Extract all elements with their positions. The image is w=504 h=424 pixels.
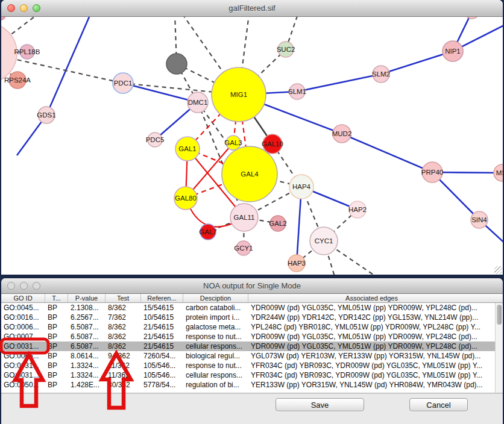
save-button[interactable]: Save xyxy=(276,398,364,411)
table-cell: biological regul... xyxy=(183,351,248,361)
node-label-SIN4: SIN4 xyxy=(471,216,487,223)
node-label-NIP1: NIP1 xyxy=(445,48,461,55)
table-cell: cellular respons... xyxy=(183,370,248,380)
network-edge[interactable] xyxy=(342,134,432,172)
table-cell: YGL073W (pd) YER103W, YER133W (pp) YOR31… xyxy=(248,351,495,361)
table-cell: YDR009W (pd) YGL035C, YML051W (pp) YDR00… xyxy=(248,303,495,313)
table-cell: YDR009W (pd) YGL035C, YML051W (pp) YDR00… xyxy=(248,332,495,341)
node-label-GAL4: GAL4 xyxy=(241,170,259,178)
window-controls xyxy=(7,0,40,16)
minimize-button[interactable] xyxy=(20,282,28,290)
column-header-2[interactable]: P-value xyxy=(68,294,106,302)
noa-results-table: GO IDT...P-valueTestReferen...Desciption… xyxy=(1,294,503,393)
table-body: GO:0045...BP2.1308...8/36215/54615carbon… xyxy=(1,303,503,390)
column-header-0[interactable]: GO ID xyxy=(1,294,45,302)
table-cell: YER133W (pp) YOR315W, YNL145W (pd) YHR08… xyxy=(248,380,495,390)
table-cell: GO:0006... xyxy=(1,322,45,332)
table-cell: 6.5087... xyxy=(68,322,106,332)
table-row[interactable]: GO:0045...BP2.1308...8/36215/54615carbon… xyxy=(1,303,503,313)
node-label-HAP3: HAP3 xyxy=(288,260,306,267)
zoom-button[interactable] xyxy=(33,282,40,290)
table-cell: BP xyxy=(45,322,68,332)
cancel-button[interactable]: Cancel xyxy=(409,398,468,411)
table-cell: GO:0007... xyxy=(1,332,45,341)
node-label-HAP4: HAP4 xyxy=(292,183,311,190)
table-cell: cellular respons... xyxy=(183,341,248,351)
table-cell: BP xyxy=(45,341,68,351)
close-button[interactable] xyxy=(7,4,15,12)
node-label-PRP40: PRP40 xyxy=(421,169,443,176)
table-cell: GO:0065... xyxy=(1,351,45,361)
table-cell: carbon cataboli... xyxy=(183,303,248,313)
node-label-MUD2: MUD2 xyxy=(332,130,352,137)
node-label-GAL1: GAL1 xyxy=(178,145,196,152)
table-cell: GO:0050... xyxy=(1,380,45,390)
node-label-HAP2: HAP2 xyxy=(348,206,367,213)
table-row[interactable]: GO:0031...BP6.5087...8/36221/54615cellul… xyxy=(1,341,503,351)
node-label-CYC1: CYC1 xyxy=(315,237,333,245)
node-label-GCY1: GCY1 xyxy=(234,245,253,252)
network-edge[interactable] xyxy=(381,51,453,74)
column-header-3[interactable]: Test xyxy=(106,294,141,302)
table-row[interactable]: GO:0031...BP1.3324...11/362105/546...res… xyxy=(1,361,503,370)
table-cell: 21/54615 xyxy=(141,332,183,341)
table-row[interactable]: GO:0016...BP6.2567...7/36210/54615protei… xyxy=(1,313,503,322)
resize-grip[interactable] xyxy=(494,266,502,274)
table-cell: 1.428E... xyxy=(68,380,106,390)
network-window: galFiltered.sif RPL18BRPS24AGDS1PDC1DMC1… xyxy=(1,0,503,275)
table-cell: GO:0031... xyxy=(1,361,45,370)
table-cell: 6.5087... xyxy=(68,341,106,351)
node-label-PDC5: PDC5 xyxy=(146,136,165,143)
network-graph: RPL18BRPS24AGDS1PDC1DMC1MIG1SUC2SLM1SLM2… xyxy=(1,17,503,275)
close-button[interactable] xyxy=(7,282,15,290)
node-label-GDS1: GDS1 xyxy=(37,111,55,119)
zoom-button[interactable] xyxy=(33,4,40,12)
node-label-GAL11: GAL11 xyxy=(234,214,255,221)
network-window-titlebar[interactable]: galFiltered.sif xyxy=(1,0,503,17)
node-label-GAL80: GAL80 xyxy=(175,195,197,202)
table-cell: BP xyxy=(45,313,68,322)
network-edge[interactable] xyxy=(297,74,381,92)
table-row[interactable]: GO:0031...BP1.3324...11/362105/546...cel… xyxy=(1,370,503,380)
node-topnode[interactable] xyxy=(465,17,479,19)
table-cell: GO:0031... xyxy=(1,341,45,351)
table-cell: BP xyxy=(45,351,68,361)
table-scrollbar[interactable] xyxy=(495,303,503,393)
node-label-RPS24A: RPS24A xyxy=(4,76,31,84)
column-header-4[interactable]: Referen... xyxy=(141,294,183,302)
column-header-6[interactable]: Associated edges xyxy=(248,294,495,302)
network-canvas[interactable]: RPL18BRPS24AGDS1PDC1DMC1MIG1SUC2SLM1SLM2… xyxy=(1,17,503,275)
network-edge[interactable] xyxy=(46,17,89,115)
node-label-MIG1: MIG1 xyxy=(230,91,247,98)
minimize-button[interactable] xyxy=(20,4,28,12)
table-cell: 1.3324... xyxy=(68,370,106,380)
table-cell: 2.1308... xyxy=(68,303,106,313)
node-label-GAL3: GAL3 xyxy=(224,139,242,146)
table-row[interactable]: GO:0007...BP6.5087...8/36221/54615respon… xyxy=(1,332,503,341)
table-cell: response to nut... xyxy=(183,332,248,341)
network-edge[interactable] xyxy=(123,83,198,102)
column-header-1[interactable]: T... xyxy=(45,294,68,302)
table-cell: BP xyxy=(45,361,68,370)
scrollbar-thumb[interactable] xyxy=(497,305,502,325)
table-cell: 8/362 xyxy=(106,322,141,332)
noa-window-titlebar[interactable]: NOA output for Single Mode xyxy=(1,278,503,294)
table-cell: BP xyxy=(45,380,68,390)
table-cell: 8/362 xyxy=(106,341,141,351)
table-cell: 1.3324... xyxy=(68,361,106,370)
table-row[interactable]: GO:0050...BP1.428E...80/3625778/54...reg… xyxy=(1,380,503,390)
node-label-GAL7: GAL7 xyxy=(199,228,216,235)
node-cornernode[interactable] xyxy=(1,17,5,20)
table-row[interactable]: GO:0006...BP6.5087...8/36221/54615galact… xyxy=(1,322,503,332)
table-cell: galactose meta... xyxy=(183,322,248,332)
table-cell: 8/362 xyxy=(106,332,141,341)
table-row[interactable]: GO:0065...BP8.0614...94/3627260/54...bio… xyxy=(1,351,503,361)
table-cell: YDR244W (pp) YDR142C, YDR142C (pp) YGL15… xyxy=(248,313,495,322)
table-cell: 15/54615 xyxy=(141,303,183,313)
column-header-5[interactable]: Desciption xyxy=(183,294,248,302)
table-cell: 10/54615 xyxy=(141,313,183,322)
table-cell: 6.5087... xyxy=(68,332,106,341)
node-graynode[interactable] xyxy=(166,54,187,74)
table-cell: BP xyxy=(45,303,68,313)
table-cell: 21/54615 xyxy=(141,322,183,332)
